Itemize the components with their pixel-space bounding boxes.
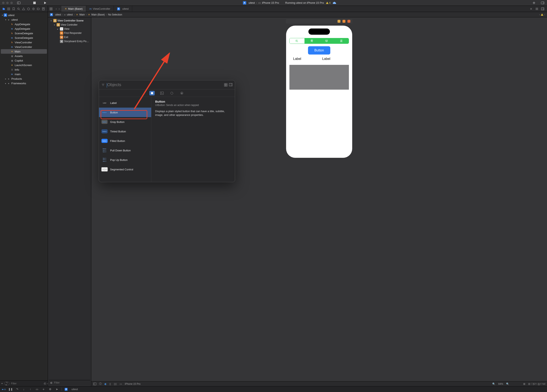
outline-exit[interactable]: ▣Exit <box>49 35 90 39</box>
disclosure-icon[interactable]: ▸ <box>56 28 59 30</box>
outline-view[interactable]: ▸▣View <box>49 27 90 31</box>
scene-dock[interactable] <box>286 19 352 24</box>
disclosure-icon[interactable]: ▸ <box>4 78 7 80</box>
filter-input[interactable] <box>11 382 42 385</box>
exit-dock-icon[interactable] <box>348 20 350 23</box>
segment-0[interactable]: 红 <box>290 38 304 44</box>
pause-icon[interactable]: ❚❚ <box>9 387 12 391</box>
add-editor-icon[interactable] <box>540 7 545 11</box>
file-scenedelegate[interactable]: hSceneDelegate <box>0 31 48 35</box>
file-tree[interactable]: ▾ A uitest ▾ ▸ uitest hAppDelegatemAppDe… <box>0 12 48 380</box>
adjust-editor-icon[interactable] <box>535 7 539 11</box>
file-launchscreen[interactable]: ✕LaunchScreen <box>0 63 48 67</box>
file-copilot[interactable]: ▦Copilot <box>0 58 48 63</box>
editor-mode-icon[interactable] <box>48 6 54 12</box>
run-button[interactable] <box>43 1 48 5</box>
jump-back-icon[interactable]: ‹ <box>539 13 540 16</box>
file-appdelegate[interactable]: hAppDelegate <box>0 22 48 27</box>
add-tab-button[interactable] <box>532 1 536 5</box>
minimize-icon[interactable] <box>6 2 9 4</box>
layout-icon[interactable]: ▯▯ <box>114 383 117 385</box>
assistant-icon[interactable]: ⓘ <box>99 382 102 385</box>
bookmark-navigator-icon[interactable] <box>12 7 16 11</box>
outline-storyboard-entry-po-[interactable]: ▣Storyboard Entry Po… <box>49 39 90 43</box>
cloud-status-icon[interactable] <box>333 2 336 4</box>
debug-view-icon[interactable]: ▭ <box>35 387 39 391</box>
scheme-selector[interactable]: A uitest › ▭ iPhone 15 Pro <box>243 1 279 5</box>
jump-forward-icon[interactable]: › <box>544 13 545 16</box>
library-item-pull-down-button[interactable]: ButtonItem 1Item 2Pull Down Button <box>99 146 151 155</box>
segment-1[interactable]: 黄 <box>304 38 319 44</box>
disclosure-icon[interactable]: ▾ <box>1 14 4 16</box>
file-appdelegate[interactable]: mAppDelegate <box>0 27 48 31</box>
align-icon[interactable]: ⊞ <box>523 383 525 385</box>
source-control-navigator-icon[interactable] <box>7 7 11 11</box>
label-left[interactable]: Label <box>293 57 301 61</box>
step-into-icon[interactable]: ↓ <box>22 387 26 391</box>
tab-main[interactable]: ✕ Main (Base) <box>61 6 86 12</box>
add-button[interactable]: + <box>1 382 3 385</box>
warnings-badge[interactable]: 4 <box>326 1 330 4</box>
device-preview[interactable]: 红 黄 绿 蓝 Button Label Label <box>286 26 352 158</box>
library-search-input[interactable] <box>107 82 222 87</box>
debug-navigator-icon[interactable] <box>31 7 35 11</box>
library-item-pop-up-button[interactable]: Item 1Item 1Item 2Pop Up Button <box>99 155 151 165</box>
button-element[interactable]: Button <box>308 46 330 54</box>
appearance-icon[interactable]: ◐ <box>104 383 107 385</box>
file-main[interactable]: ✕Main <box>1 49 47 54</box>
jump-bar[interactable]: A uitest› ▸ uitest› ✕ Main› ✕ Main (Base… <box>48 12 547 17</box>
accessibility-icon[interactable]: ▭ <box>120 383 122 385</box>
sidebar-toggle-icon[interactable] <box>17 1 21 5</box>
review-changes-icon[interactable] <box>529 7 533 11</box>
zoom-in-icon[interactable]: 🔍 <box>506 383 509 385</box>
label-right[interactable]: Label <box>322 57 330 61</box>
breakpoint-navigator-icon[interactable] <box>36 7 41 11</box>
outline-scene[interactable]: ▾ ▣ View Controller Scene <box>49 19 90 23</box>
test-navigator-icon[interactable] <box>27 7 31 11</box>
view-element[interactable] <box>289 65 349 90</box>
nav-back-button[interactable]: ‹ <box>56 7 57 10</box>
report-navigator-icon[interactable] <box>41 7 45 11</box>
step-out-icon[interactable]: ↑ <box>28 387 32 391</box>
location-icon[interactable]: ➤ <box>55 387 59 391</box>
disclosure-icon[interactable]: ▸ <box>4 82 7 84</box>
segment-2[interactable]: 绿 <box>319 38 334 44</box>
objects-category-icon[interactable] <box>149 91 155 95</box>
outline-view-controller[interactable]: ▾▣View Controller <box>49 23 90 27</box>
disclosure-icon[interactable]: ▾ <box>4 19 7 21</box>
list-view-icon[interactable] <box>229 83 232 87</box>
find-navigator-icon[interactable] <box>17 7 21 11</box>
library-item-button[interactable]: ButtonButton <box>99 108 151 117</box>
scm-filter-icon[interactable]: ⌥ ⎋ <box>4 382 9 385</box>
inspector-toggle-icon[interactable] <box>540 1 545 5</box>
toggle-outline-icon[interactable] <box>93 383 96 385</box>
tree-root[interactable]: ▾ A uitest <box>0 13 48 17</box>
close-icon[interactable] <box>2 2 5 4</box>
view-controller-dock-icon[interactable] <box>338 20 341 23</box>
step-over-icon[interactable]: ↷ <box>15 387 19 391</box>
pin-icon[interactable]: ⊟ <box>528 383 530 385</box>
file-main[interactable]: mmain <box>0 72 48 76</box>
segmented-control[interactable]: 红 黄 绿 蓝 <box>289 38 349 44</box>
segment-3[interactable]: 蓝 <box>334 38 349 44</box>
folder-products[interactable]: ▸▸Products <box>0 76 48 81</box>
library-filter-icon[interactable] <box>102 83 105 86</box>
first-responder-dock-icon[interactable] <box>342 20 345 23</box>
tab-uitest[interactable]: A uitest <box>114 6 132 12</box>
library-item-label[interactable]: LabelLabel <box>99 98 151 108</box>
file-viewcontroller[interactable]: mViewController <box>0 45 48 49</box>
folder-frameworks[interactable]: ▸▸Frameworks <box>0 81 48 86</box>
file-assets[interactable]: ▦Assets <box>0 54 48 58</box>
window-controls[interactable] <box>2 2 13 4</box>
filter-icon[interactable]: ◐ <box>50 381 53 384</box>
grid-view-icon[interactable] <box>224 83 227 87</box>
library-item-segmented-control[interactable]: 1 │ 2Segmented Control <box>99 165 151 174</box>
library-list[interactable]: LabelLabelButtonButtonButtonGray ButtonB… <box>99 97 151 182</box>
library-item-gray-button[interactable]: ButtonGray Button <box>99 117 151 127</box>
file-info[interactable]: ☰Info <box>0 67 48 72</box>
device-selector[interactable]: iPhone 15 Pro <box>125 383 140 385</box>
project-navigator-icon[interactable] <box>2 7 6 11</box>
stop-button[interactable] <box>32 1 37 5</box>
zoom-out-icon[interactable]: 🔍 <box>492 383 495 385</box>
zoom-level[interactable]: 84% <box>498 383 503 385</box>
